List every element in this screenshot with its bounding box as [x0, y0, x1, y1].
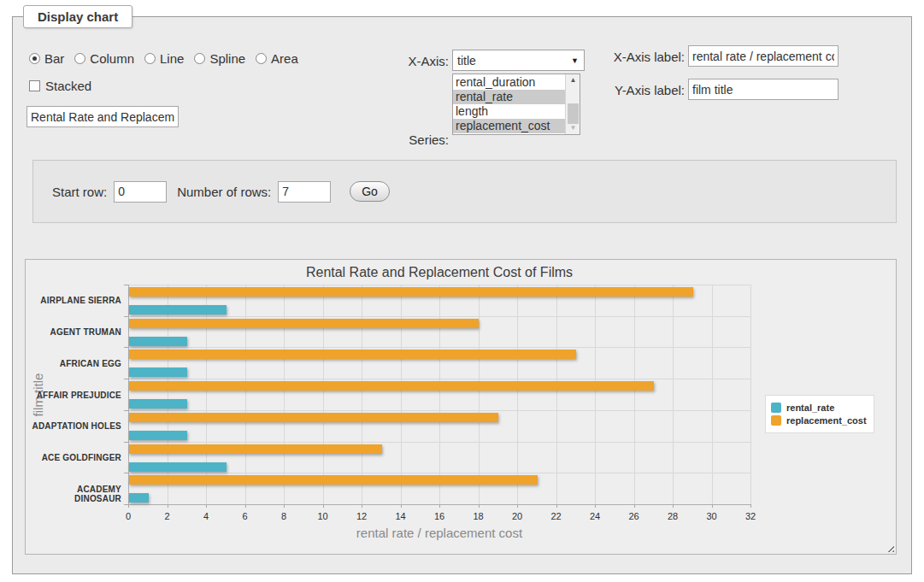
bar-rental_rate[interactable]: [129, 493, 149, 503]
category-label: AGENT TRUMAN: [29, 327, 121, 337]
bar-replacement_cost[interactable]: [129, 319, 479, 328]
x-tick-label: 24: [582, 511, 608, 521]
bar-rental_rate[interactable]: [129, 337, 187, 346]
series-option-length[interactable]: length: [453, 104, 565, 119]
chart-type-column[interactable]: Column: [74, 51, 134, 66]
grid-line: [595, 285, 596, 504]
x-axis-label-input[interactable]: [688, 45, 839, 67]
series-option-replacement-cost[interactable]: replacement_cost: [453, 119, 565, 133]
x-tick-label: 28: [660, 511, 686, 521]
chart-type-spline[interactable]: Spline: [194, 51, 245, 66]
y-axis-label-input[interactable]: [688, 79, 839, 100]
x-tick-label: 32: [738, 511, 763, 521]
page: { "form": { "legend": "Display chart", "…: [0, 0, 924, 582]
category-label: ACADEMY DINOSAUR: [29, 485, 121, 503]
grid-line: [750, 285, 751, 504]
bar-replacement_cost[interactable]: [129, 287, 693, 297]
resize-handle-icon[interactable]: [885, 543, 894, 552]
bar-rental_rate[interactable]: [129, 462, 227, 472]
x-axis-line: [128, 504, 750, 505]
chart-type-column-label: Column: [90, 51, 134, 66]
chart-title: Rental Rate and Replacement Cost of Film…: [128, 265, 750, 280]
bar-replacement_cost[interactable]: [129, 444, 382, 454]
category-label: ACE GOLDFINGER: [29, 453, 121, 462]
x-tick-label: 6: [232, 511, 258, 521]
stacked-label: Stacked: [45, 79, 91, 93]
chart-type-spline-label: Spline: [209, 51, 245, 66]
stacked-checkbox[interactable]: [29, 80, 40, 91]
category-label: AFFAIR PREJUDICE: [29, 391, 121, 400]
x-axis-title: rental rate / replacement cost: [128, 526, 750, 540]
x-axis-selected-value: title: [457, 54, 476, 68]
x-tick-label: 22: [544, 511, 569, 521]
grid-line: [362, 285, 362, 504]
radio-icon[interactable]: [144, 53, 156, 64]
bar-replacement_cost[interactable]: [129, 350, 576, 359]
number-of-rows-input[interactable]: [278, 181, 331, 203]
chart-container: Rental Rate and Replacement Cost of Film…: [25, 259, 897, 555]
x-tick-label: 30: [699, 511, 725, 521]
y-axis-label-label: Y-Axis label:: [574, 83, 685, 97]
x-tick-label: 26: [621, 511, 647, 521]
chart-type-area-label: Area: [271, 51, 298, 66]
radio-icon[interactable]: [194, 53, 205, 64]
grid-line: [439, 285, 440, 504]
series-listbox[interactable]: rental_duration rental_rate length repla…: [452, 73, 580, 135]
x-tick-label: 0: [115, 511, 141, 521]
go-button[interactable]: Go: [350, 181, 390, 202]
x-tick-label: 4: [193, 511, 219, 521]
chart-title-input[interactable]: [26, 106, 179, 127]
scroll-down-icon[interactable]: ▼: [566, 122, 580, 134]
x-tick-label: 14: [388, 511, 414, 521]
bar-rental_rate[interactable]: [129, 305, 227, 315]
x-axis-select[interactable]: title ▼: [452, 50, 585, 71]
start-row-input[interactable]: [114, 181, 167, 203]
fieldset-legend: Display chart: [23, 5, 132, 28]
legend-swatch-icon: [771, 403, 781, 413]
x-tick-label: 16: [427, 511, 452, 521]
bar-rental_rate[interactable]: [129, 367, 187, 377]
grid-line: [673, 285, 674, 504]
chart-legend: rental_ratereplacement_cost: [765, 395, 874, 433]
radio-icon[interactable]: [74, 53, 85, 64]
start-row-label: Start row:: [52, 185, 107, 199]
radio-icon[interactable]: [29, 53, 40, 64]
x-tick-label: 2: [155, 511, 180, 521]
bar-rental_rate[interactable]: [129, 431, 187, 440]
grid-line: [323, 285, 324, 504]
x-tick-label: 18: [466, 511, 491, 521]
category-label: AIRPLANE SIERRA: [29, 296, 121, 305]
legend-item[interactable]: replacement_cost: [771, 415, 867, 426]
series-options: rental_duration rental_rate length repla…: [453, 74, 565, 134]
bar-replacement_cost[interactable]: [129, 413, 498, 422]
chart-type-line[interactable]: Line: [144, 51, 184, 66]
legend-label: rental_rate: [786, 403, 834, 413]
grid-line: [479, 285, 480, 504]
series-option-rental-rate[interactable]: rental_rate: [453, 90, 565, 104]
x-tick-label: 10: [310, 511, 336, 521]
grid-line: [634, 285, 635, 504]
grid-line: [245, 285, 246, 504]
grid-line: [712, 285, 713, 504]
bar-rental_rate[interactable]: [129, 399, 187, 409]
chart-type-bar-label: Bar: [44, 51, 64, 66]
series-select-label: Series:: [338, 132, 449, 147]
bar-replacement_cost[interactable]: [129, 381, 654, 391]
grid-line: [284, 285, 285, 504]
scrollbar-thumb[interactable]: [568, 103, 579, 124]
chart-type-area[interactable]: Area: [256, 51, 298, 66]
chart-type-radios: Bar Column Line Spline Area: [29, 51, 298, 66]
stacked-option[interactable]: Stacked: [29, 79, 91, 93]
bar-replacement_cost[interactable]: [129, 475, 538, 485]
x-tick-label: 20: [504, 511, 530, 521]
number-of-rows-label: Number of rows:: [177, 185, 271, 199]
grid-line: [556, 285, 557, 504]
chart-type-bar[interactable]: Bar: [29, 51, 64, 66]
series-option-rental-duration[interactable]: rental_duration: [453, 75, 565, 90]
rows-panel: Start row: Number of rows: Go: [32, 160, 897, 223]
radio-icon[interactable]: [256, 53, 267, 64]
grid-line: [517, 285, 518, 504]
legend-label: replacement_cost: [786, 415, 867, 426]
x-tick-mark: [750, 504, 751, 508]
legend-item[interactable]: rental_rate: [771, 403, 867, 413]
